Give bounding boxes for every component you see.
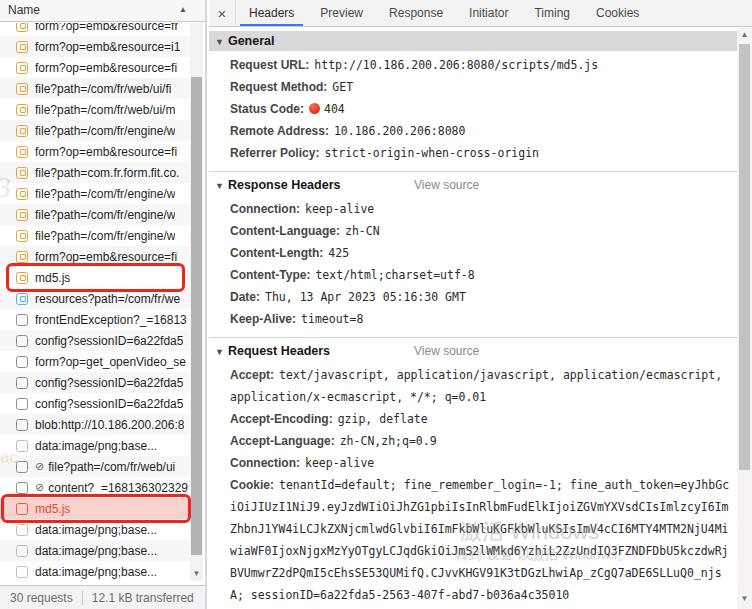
request-name-label: config?sessionID=6a22fda5 xyxy=(35,376,183,390)
tab-response[interactable]: Response xyxy=(376,0,456,26)
tab-initiator[interactable]: Initiator xyxy=(456,0,521,26)
request-list-item[interactable]: blob:http://10.186.200.206:8 xyxy=(0,414,192,435)
request-list: form?op=emb&resource=frform?op=emb&resou… xyxy=(0,23,192,581)
doc-icon xyxy=(16,356,28,368)
request-list-item[interactable]: config?sessionID=6a22fda5 xyxy=(0,393,192,414)
request-list-item[interactable]: data:image/png;base... xyxy=(0,561,192,581)
doc-icon xyxy=(16,461,28,473)
header-field-name: Status Code: xyxy=(230,102,304,116)
section-header-response-headers[interactable]: ▼Response Headers View source xyxy=(209,175,737,195)
request-name-label: md5.js xyxy=(35,271,70,285)
header-field-value: 404 xyxy=(324,102,345,116)
transferred-size: 12.1 kB transferred xyxy=(92,591,194,605)
header-field-name: Referrer Policy: xyxy=(230,146,319,160)
name-column-header[interactable]: Name ▲ xyxy=(0,0,205,22)
request-list-item[interactable]: ⊘content?_=168136302329 xyxy=(0,477,192,498)
request-list-item[interactable]: form?op=emb&resource=fi xyxy=(0,141,192,162)
request-list-item[interactable]: data:image/png;base... xyxy=(0,519,192,540)
doc-red-icon xyxy=(16,503,28,515)
request-name-label: blob:http://10.186.200.206:8 xyxy=(35,418,184,432)
header-field-value: tenantId=default; fine_remember_login=-1… xyxy=(230,478,729,602)
script-icon xyxy=(16,104,28,116)
request-list-item[interactable]: file?path=/com/fr/engine/w xyxy=(0,120,192,141)
section-title: Response Headers xyxy=(228,178,341,192)
section-header-general[interactable]: ▼General xyxy=(209,31,737,51)
header-field: Content-Length:425 xyxy=(230,242,733,264)
doc-light-icon xyxy=(16,524,28,536)
request-name-label: content?_=168136302329 xyxy=(48,481,188,495)
header-field: Content-Language:zh-CN xyxy=(230,220,733,242)
tab-timing[interactable]: Timing xyxy=(521,0,583,26)
left-scrollbar-thumb[interactable] xyxy=(191,77,202,555)
view-source-link[interactable]: View source xyxy=(414,341,479,361)
header-field-name: Accept-Language: xyxy=(230,434,335,448)
request-list-item[interactable]: file?path=/com/fr/engine/w xyxy=(0,183,192,204)
request-list-item[interactable]: form?op=emb&resource=i1 xyxy=(0,36,192,57)
request-name-label: resources?path=/com/fr/we xyxy=(35,292,180,306)
section-header-request-headers[interactable]: ▼Request Headers View source xyxy=(209,341,737,361)
tab-headers[interactable]: Headers xyxy=(236,0,307,26)
header-field-name: Connection: xyxy=(230,456,300,470)
header-field: Date:Thu, 13 Apr 2023 05:16:30 GMT xyxy=(230,286,733,308)
request-list-item[interactable]: data:image/png;base... xyxy=(0,435,192,456)
request-list-item[interactable]: frontEndException?_=16813 xyxy=(0,309,192,330)
collapse-triangle-icon: ▼ xyxy=(215,347,224,357)
header-field: Accept:text/javascript, application/java… xyxy=(230,364,733,408)
tab-preview[interactable]: Preview xyxy=(307,0,376,26)
stylesheet-icon xyxy=(16,293,28,305)
doc-icon xyxy=(16,419,28,431)
request-list-item[interactable]: config?sessionID=6a22fda5 xyxy=(0,330,192,351)
header-field: Cookie:tenantId=default; fine_remember_l… xyxy=(230,474,733,606)
request-name-label: file?path=/com/fr/engine/w xyxy=(35,187,175,201)
view-source-link[interactable]: View source xyxy=(414,175,479,195)
header-field-value: gzip, deflate xyxy=(338,412,428,426)
header-field-value: strict-origin-when-cross-origin xyxy=(324,146,539,160)
tab-cookies[interactable]: Cookies xyxy=(583,0,652,26)
request-list-item[interactable]: file?path=/com/fr/engine/w xyxy=(0,225,192,246)
request-name-label: form?op=emb&resource=i1 xyxy=(35,40,180,54)
doc-icon xyxy=(16,335,28,347)
script-icon xyxy=(16,188,28,200)
request-list-item[interactable]: config?sessionID=6a22fda5 xyxy=(0,372,192,393)
request-list-item[interactable]: form?op=get_openVideo_se xyxy=(0,351,192,372)
header-field: Connection:keep-alive xyxy=(230,198,733,220)
request-list-item[interactable]: form?op=emb&resource=fr xyxy=(0,23,192,36)
request-list-item[interactable]: file?path=com.fr.form.fit.co. xyxy=(0,162,192,183)
script-icon xyxy=(16,23,28,32)
request-list-item[interactable]: data:image/png;base... xyxy=(0,540,192,561)
request-list-item[interactable]: file?path=/com/fr/web/ui/m xyxy=(0,99,192,120)
request-name-label: md5.js xyxy=(35,502,70,516)
right-scroll-down-icon[interactable]: ▼ xyxy=(737,595,752,603)
request-name-label: file?path=com.fr.form.fit.co. xyxy=(35,166,179,180)
header-field-value: text/html;charset=utf-8 xyxy=(315,268,474,282)
left-vertical-scrollbar[interactable]: ▼ xyxy=(190,23,203,581)
header-field-value: Thu, 13 Apr 2023 05:16:30 GMT xyxy=(265,290,466,304)
request-list-item[interactable]: file?path=/com/fr/engine/w xyxy=(0,204,192,225)
request-name-label: data:image/png;base... xyxy=(35,544,157,558)
header-field-name: Request Method: xyxy=(230,80,327,94)
right-scrollbar-thumb[interactable] xyxy=(739,44,750,470)
header-field-value: GET xyxy=(332,80,353,94)
script-icon xyxy=(16,209,28,221)
request-list-item[interactable]: resources?path=/com/fr/we xyxy=(0,288,192,309)
request-name-label: file?path=/com/fr/engine/w xyxy=(35,229,175,243)
header-field: Content-Type:text/html;charset=utf-8 xyxy=(230,264,733,286)
request-list-item[interactable]: md5.js xyxy=(0,267,192,288)
request-name-label: data:image/png;base... xyxy=(35,565,157,579)
header-field-value: zh-CN,zh;q=0.9 xyxy=(340,434,437,448)
request-list-item[interactable]: form?op=emb&resource=fi xyxy=(0,246,192,267)
script-icon xyxy=(16,83,28,95)
header-field-value: 425 xyxy=(328,246,349,260)
left-scroll-down-icon[interactable]: ▼ xyxy=(190,570,203,578)
request-list-item[interactable]: ⊘file?path=/com/fr/web/ui xyxy=(0,456,192,477)
right-vertical-scrollbar[interactable]: ▲ ▼ xyxy=(737,27,752,609)
right-scroll-up-icon[interactable]: ▲ xyxy=(737,31,752,39)
header-field: Accept-Language:zh-CN,zh;q=0.9 xyxy=(230,430,733,452)
header-field-name: Date: xyxy=(230,290,260,304)
request-list-item[interactable]: file?path=/com/fr/web/ui/fi xyxy=(0,78,192,99)
script-icon xyxy=(16,272,28,284)
request-list-item[interactable]: form?op=emb&resource=fi xyxy=(0,57,192,78)
header-field-name: Cookie: xyxy=(230,478,274,492)
request-list-item[interactable]: md5.js xyxy=(0,498,192,519)
close-icon[interactable]: × xyxy=(209,0,236,26)
